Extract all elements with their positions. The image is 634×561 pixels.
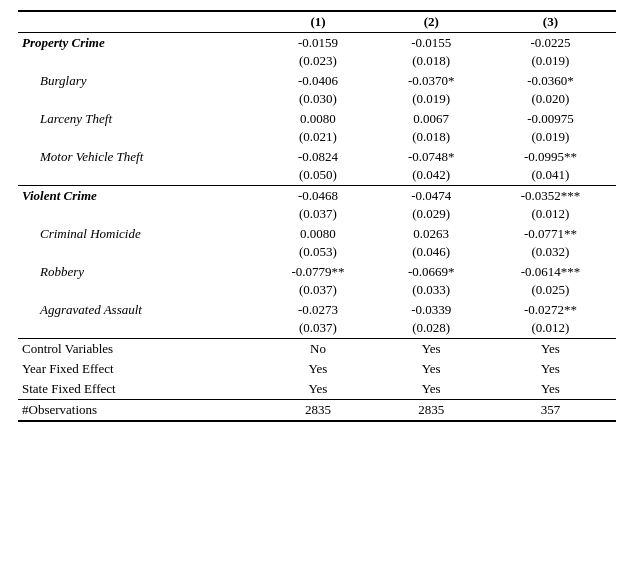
cell-value: (0.019) bbox=[485, 53, 616, 71]
cell-value: 0.0080 bbox=[258, 109, 377, 129]
cell-value: (0.018) bbox=[378, 129, 485, 147]
table-row: Larceny Theft0.00800.0067-0.00975 bbox=[18, 109, 616, 129]
table-row: Violent Crime-0.0468-0.0474-0.0352*** bbox=[18, 186, 616, 207]
row-label: Larceny Theft bbox=[18, 109, 258, 129]
cell-value: -0.0159 bbox=[258, 33, 377, 54]
footer-cell: 2835 bbox=[378, 400, 485, 422]
row-label: Motor Vehicle Theft bbox=[18, 147, 258, 167]
cell-value: -0.0779** bbox=[258, 262, 377, 282]
cell-value: (0.032) bbox=[485, 244, 616, 262]
cell-value: -0.0339 bbox=[378, 300, 485, 320]
cell-value: (0.012) bbox=[485, 206, 616, 224]
footer-label: Year Fixed Effect bbox=[18, 359, 258, 379]
row-label bbox=[18, 320, 258, 339]
cell-value: -0.0824 bbox=[258, 147, 377, 167]
row-label bbox=[18, 244, 258, 262]
table-row: (0.037)(0.028)(0.012) bbox=[18, 320, 616, 339]
cell-value: (0.037) bbox=[258, 320, 377, 339]
footer-cell: Yes bbox=[378, 359, 485, 379]
cell-value: (0.029) bbox=[378, 206, 485, 224]
table-row: (0.037)(0.033)(0.025) bbox=[18, 282, 616, 300]
cell-value: (0.018) bbox=[378, 53, 485, 71]
footer-row: #Observations28352835357 bbox=[18, 400, 616, 422]
table-row: (0.030)(0.019)(0.020) bbox=[18, 91, 616, 109]
cell-value: (0.025) bbox=[485, 282, 616, 300]
table-row: (0.021)(0.018)(0.019) bbox=[18, 129, 616, 147]
cell-value: (0.053) bbox=[258, 244, 377, 262]
footer-cell: Yes bbox=[378, 339, 485, 360]
col-header-1: (1) bbox=[258, 11, 377, 33]
row-label bbox=[18, 282, 258, 300]
table-row: (0.037)(0.029)(0.012) bbox=[18, 206, 616, 224]
footer-label: #Observations bbox=[18, 400, 258, 422]
cell-value: -0.0225 bbox=[485, 33, 616, 54]
row-label: Aggravated Assault bbox=[18, 300, 258, 320]
table-row: Aggravated Assault-0.0273-0.0339-0.0272*… bbox=[18, 300, 616, 320]
row-label bbox=[18, 91, 258, 109]
table-row: Robbery-0.0779**-0.0669*-0.0614*** bbox=[18, 262, 616, 282]
footer-cell: Yes bbox=[258, 379, 377, 400]
cell-value: (0.041) bbox=[485, 167, 616, 186]
col-header-label bbox=[18, 11, 258, 33]
table-row: Criminal Homicide0.00800.0263-0.0771** bbox=[18, 224, 616, 244]
footer-cell: Yes bbox=[485, 379, 616, 400]
cell-value: (0.021) bbox=[258, 129, 377, 147]
cell-value: (0.019) bbox=[378, 91, 485, 109]
cell-value: (0.046) bbox=[378, 244, 485, 262]
cell-value: -0.0352*** bbox=[485, 186, 616, 207]
cell-value: (0.037) bbox=[258, 206, 377, 224]
cell-value: (0.019) bbox=[485, 129, 616, 147]
col-header-2: (2) bbox=[378, 11, 485, 33]
cell-value: -0.0273 bbox=[258, 300, 377, 320]
cell-value: -0.0995** bbox=[485, 147, 616, 167]
footer-cell: 2835 bbox=[258, 400, 377, 422]
cell-value: -0.0370* bbox=[378, 71, 485, 91]
footer-row: Control VariablesNoYesYes bbox=[18, 339, 616, 360]
table-row: (0.050)(0.042)(0.041) bbox=[18, 167, 616, 186]
cell-value: (0.020) bbox=[485, 91, 616, 109]
col-header-3: (3) bbox=[485, 11, 616, 33]
footer-cell: Yes bbox=[485, 359, 616, 379]
cell-value: -0.0468 bbox=[258, 186, 377, 207]
cell-value: (0.023) bbox=[258, 53, 377, 71]
row-label bbox=[18, 167, 258, 186]
row-label bbox=[18, 53, 258, 71]
cell-value: (0.028) bbox=[378, 320, 485, 339]
row-label: Criminal Homicide bbox=[18, 224, 258, 244]
table-row: (0.053)(0.046)(0.032) bbox=[18, 244, 616, 262]
footer-cell: No bbox=[258, 339, 377, 360]
cell-value: 0.0263 bbox=[378, 224, 485, 244]
footer-cell: 357 bbox=[485, 400, 616, 422]
cell-value: (0.012) bbox=[485, 320, 616, 339]
footer-cell: Yes bbox=[485, 339, 616, 360]
cell-value: -0.0474 bbox=[378, 186, 485, 207]
footer-row: State Fixed EffectYesYesYes bbox=[18, 379, 616, 400]
cell-value: (0.030) bbox=[258, 91, 377, 109]
regression-table: (1) (2) (3) Property Crime-0.0159-0.0155… bbox=[18, 10, 616, 422]
row-label bbox=[18, 206, 258, 224]
cell-value: -0.0360* bbox=[485, 71, 616, 91]
footer-label: State Fixed Effect bbox=[18, 379, 258, 400]
cell-value: 0.0067 bbox=[378, 109, 485, 129]
cell-value: (0.050) bbox=[258, 167, 377, 186]
row-label bbox=[18, 129, 258, 147]
cell-value: -0.00975 bbox=[485, 109, 616, 129]
table-row: Motor Vehicle Theft-0.0824-0.0748*-0.099… bbox=[18, 147, 616, 167]
table-row: (0.023)(0.018)(0.019) bbox=[18, 53, 616, 71]
table-row: Burglary-0.0406-0.0370*-0.0360* bbox=[18, 71, 616, 91]
cell-value: (0.033) bbox=[378, 282, 485, 300]
cell-value: -0.0272** bbox=[485, 300, 616, 320]
cell-value: (0.042) bbox=[378, 167, 485, 186]
row-label: Burglary bbox=[18, 71, 258, 91]
cell-value: 0.0080 bbox=[258, 224, 377, 244]
row-label: Property Crime bbox=[18, 33, 258, 54]
cell-value: -0.0406 bbox=[258, 71, 377, 91]
row-label: Violent Crime bbox=[18, 186, 258, 207]
cell-value: -0.0155 bbox=[378, 33, 485, 54]
table-header: (1) (2) (3) bbox=[18, 11, 616, 33]
footer-cell: Yes bbox=[378, 379, 485, 400]
row-label: Robbery bbox=[18, 262, 258, 282]
cell-value: -0.0614*** bbox=[485, 262, 616, 282]
footer-label: Control Variables bbox=[18, 339, 258, 360]
cell-value: (0.037) bbox=[258, 282, 377, 300]
